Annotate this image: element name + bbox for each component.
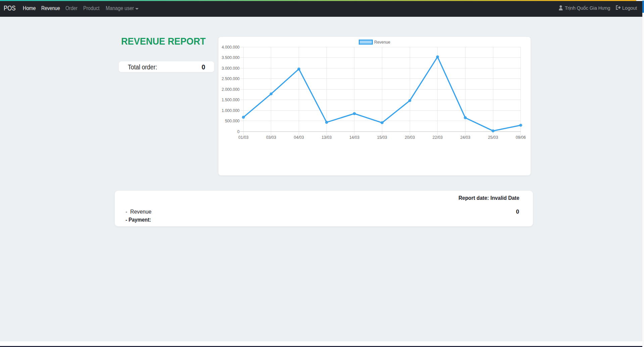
svg-text:1.500.000: 1.500.000	[221, 98, 240, 102]
svg-text:24/03: 24/03	[460, 135, 470, 140]
svg-text:2.000.000: 2.000.000	[221, 87, 240, 92]
svg-text:13/03: 13/03	[321, 135, 332, 140]
svg-text:22/03: 22/03	[433, 135, 443, 140]
svg-text:3.000.000: 3.000.000	[221, 66, 240, 71]
svg-text:14/03: 14/03	[349, 135, 359, 140]
svg-text:500.000: 500.000	[225, 119, 240, 123]
svg-text:3.500.000: 3.500.000	[221, 55, 240, 60]
svg-text:Revenue: Revenue	[374, 40, 390, 45]
svg-text:09/06: 09/06	[516, 135, 526, 140]
svg-text:15/03: 15/03	[377, 135, 387, 140]
svg-text:2.500.000: 2.500.000	[221, 76, 240, 81]
svg-text:01/03: 01/03	[238, 135, 248, 140]
svg-text:4.000.000: 4.000.000	[221, 45, 240, 50]
svg-text:04/03: 04/03	[294, 135, 304, 140]
svg-text:25/03: 25/03	[488, 135, 498, 140]
svg-text:0: 0	[237, 129, 240, 134]
svg-text:1.000.000: 1.000.000	[221, 108, 240, 113]
svg-text:20/03: 20/03	[405, 135, 415, 140]
svg-text:03/03: 03/03	[266, 135, 276, 140]
